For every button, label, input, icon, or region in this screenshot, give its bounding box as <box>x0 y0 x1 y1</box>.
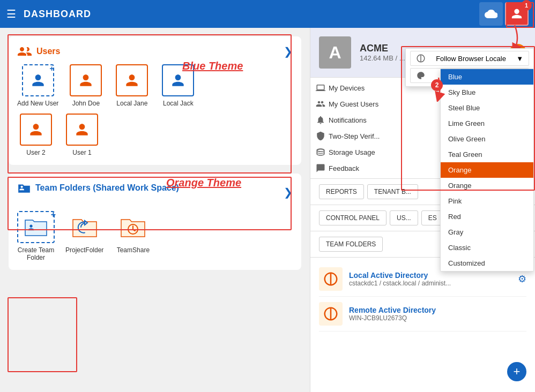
local-ad-svg <box>323 271 339 287</box>
team-folders-section: Team Folders (Shared Work Space) ❯ + Cre… <box>9 174 301 270</box>
user-2[interactable]: User 2 <box>17 114 55 156</box>
local-ad-icon <box>319 267 343 291</box>
project-folder-svg <box>71 215 98 239</box>
teamshare-svg <box>120 215 146 239</box>
feedback-label: Feedback <box>329 164 359 172</box>
project-folder[interactable]: ProjectFolder <box>65 211 103 261</box>
locale-caret: ▼ <box>516 55 523 63</box>
local-ad-info: Local Active Directory cstackdc1 / cstac… <box>349 271 511 287</box>
user-local-jack[interactable]: Local Jack <box>159 64 197 107</box>
users-icon <box>17 45 32 58</box>
theme-lime-green[interactable]: Lime Green <box>441 116 533 131</box>
users-section: Users ❯ + Add New User <box>9 36 301 165</box>
guest-users-icon <box>316 99 325 109</box>
header-icons: 1 <box>479 2 529 26</box>
cloud-icon-btn[interactable] <box>479 2 503 26</box>
add-user-avatar: + <box>22 64 54 96</box>
user-settings-button[interactable]: US... <box>390 210 418 225</box>
theme-gray[interactable]: Gray <box>441 224 533 240</box>
teamshare-label: TeamShare <box>117 246 150 254</box>
theme-red[interactable]: Red <box>441 209 533 224</box>
tenant-button[interactable]: TENANT B... <box>367 184 418 199</box>
user-silhouette-icon-3 <box>169 72 187 89</box>
locale-label: Follow Browser Locale <box>436 55 506 63</box>
project-folder-icon <box>66 211 103 243</box>
remote-ad-icon <box>319 302 343 326</box>
devices-icon <box>316 83 325 93</box>
users-section-header: Users ❯ <box>17 45 293 58</box>
globe-icon <box>416 54 426 63</box>
create-team-folder[interactable]: + Create Team Folder <box>17 211 55 261</box>
theme-color-list: Blue Sky Blue Steel Blue Lime Green Oliv… <box>440 69 534 272</box>
badge-1: 1 <box>521 0 532 11</box>
control-panel-button[interactable]: CONTROL PANEL <box>319 210 387 225</box>
cloud-icon <box>485 9 497 19</box>
user-avatar-jack <box>162 64 194 96</box>
add-plus-icon: + <box>50 64 54 73</box>
team-folders-button[interactable]: TEAM FOLDERS <box>319 237 383 252</box>
palette-icon <box>416 71 426 80</box>
user-grid-2: User 2 User 1 <box>17 114 293 156</box>
user-avatar-1 <box>66 114 98 146</box>
team-folders-header: Team Folders (Shared Work Space) ❯ <box>17 182 293 202</box>
local-ad-settings-icon[interactable]: ⚙ <box>518 273 526 285</box>
add-user-icon <box>29 72 47 89</box>
users-section-title: Users <box>17 45 60 58</box>
two-step-icon <box>316 131 325 141</box>
user-avatar-jane <box>116 64 148 96</box>
remote-ad-name: Remote Active Directory <box>349 306 526 314</box>
add-new-user-item[interactable]: + Add New User <box>17 64 58 107</box>
user-1[interactable]: User 1 <box>63 114 101 156</box>
feedback-icon <box>316 163 325 173</box>
teamshare-folder[interactable]: TeamShare <box>114 211 152 261</box>
menu-icon[interactable]: ☰ <box>6 7 16 20</box>
user-icon <box>511 8 523 20</box>
team-folders-title: Team Folders (Shared Work Space) <box>17 182 179 194</box>
theme-olive-green[interactable]: Olive Green <box>441 131 533 147</box>
user-grid: + Add New User John Doe <box>17 64 293 107</box>
locale-select[interactable]: Follow Browser Locale ▼ <box>410 51 529 66</box>
local-ad-name: Local Active Directory <box>349 271 511 280</box>
remote-ad-info: Remote Active Directory WIN-JCB9LU2673Q <box>349 306 526 322</box>
remote-ad-svg <box>323 306 339 322</box>
theme-steel-blue[interactable]: Steel Blue <box>441 100 533 116</box>
user-silhouette-icon-5 <box>73 121 91 138</box>
create-folder-label: Create Team Folder <box>18 246 54 261</box>
theme-orange[interactable]: Orange <box>441 178 533 193</box>
user-profile-btn[interactable]: 1 <box>505 2 529 26</box>
create-folder-icon: + <box>17 211 55 243</box>
teamshare-icon <box>114 211 152 243</box>
theme-sky-blue[interactable]: Sky Blue <box>441 85 533 100</box>
theme-pink[interactable]: Pink <box>441 193 533 209</box>
local-ad-path: cstackdc1 / cstack.local / administ... <box>349 280 511 287</box>
storage-icon <box>316 147 325 157</box>
theme-orange-header: Orange <box>441 162 533 178</box>
folder-grid: + Create Team Folder ProjectFolder <box>17 211 293 261</box>
user-local-jane[interactable]: Local Jane <box>113 64 151 107</box>
notifications-icon <box>316 115 325 125</box>
guest-users-label: My Guest Users <box>329 100 378 108</box>
reports-button[interactable]: REPORTS <box>319 184 364 199</box>
remote-ad-item[interactable]: Remote Active Directory WIN-JCB9LU2673Q <box>319 297 526 331</box>
my-devices-label: My Devices <box>329 84 365 92</box>
add-button[interactable]: + <box>507 362 526 381</box>
account-avatar: A <box>319 36 351 69</box>
folder-create-svg <box>24 217 48 237</box>
theme-teal-green[interactable]: Teal Green <box>441 147 533 162</box>
users-section-arrow[interactable]: ❯ <box>284 45 293 58</box>
project-folder-label: ProjectFolder <box>65 246 103 254</box>
user-john-doe[interactable]: John Doe <box>67 64 105 107</box>
storage-label: Storage Usage <box>329 148 375 156</box>
two-step-label: Two-Step Verif... <box>329 132 380 140</box>
theme-blue[interactable]: Blue <box>441 69 533 85</box>
left-panel: Users ❯ + Add New User <box>0 28 310 392</box>
theme-classic[interactable]: Classic <box>441 240 533 255</box>
team-folders-arrow[interactable]: ❯ <box>284 186 293 199</box>
notifications-label: Notifications <box>329 116 367 124</box>
user-silhouette-icon-4 <box>27 121 44 138</box>
theme-customized[interactable]: Customized <box>441 255 533 271</box>
user-silhouette-icon-2 <box>123 72 140 89</box>
user-avatar-john <box>70 64 102 96</box>
header: ☰ DASHBOARD 1 <box>0 0 535 28</box>
team-folder-icon <box>17 182 31 194</box>
